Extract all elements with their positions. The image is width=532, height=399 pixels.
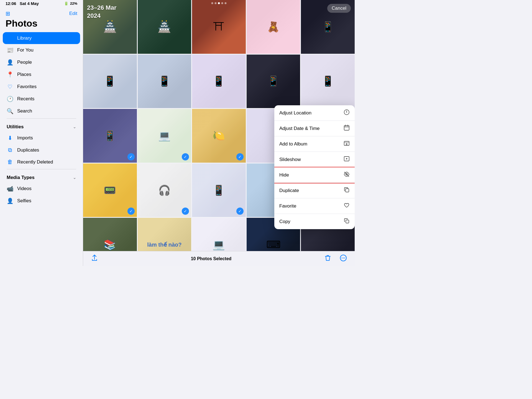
sidebar-item-favorites[interactable]: ♡ Favorites (3, 81, 80, 93)
utilities-chevron-icon[interactable]: ⌄ (73, 125, 76, 129)
cancel-button[interactable]: Cancel (327, 4, 351, 13)
sidebar-item-places[interactable]: 📍 Places (3, 68, 80, 81)
menu-item-copy[interactable]: Copy (274, 214, 355, 229)
add-to-album-icon (344, 140, 350, 148)
menu-item-adjust-date-time[interactable]: Adjust Date & Time (274, 121, 355, 136)
photo-placeholder: 📚 (83, 218, 137, 251)
app-title: Photos (0, 17, 83, 32)
photo-cell[interactable]: 📱 (83, 55, 137, 108)
photo-cell[interactable]: 🎧 ✓ (138, 163, 191, 217)
photo-cell[interactable]: 📱 (138, 55, 191, 108)
photo-cell[interactable]: ⛩ (192, 0, 246, 54)
date: Sat 4 May (20, 1, 39, 6)
duplicates-icon: ⧉ (7, 147, 13, 153)
sidebar-item-imports[interactable]: ⬇ Imports (3, 132, 80, 144)
photo-placeholder: 🧸 (247, 0, 300, 54)
photo-cell[interactable]: 📱 ✓ (192, 163, 246, 217)
photo-cell[interactable]: 📟 ✓ (83, 163, 137, 217)
date-label: 23–26 Mar 2024 (87, 4, 116, 20)
utilities-section-header: Utilities ⌄ (3, 120, 80, 132)
photo-cell[interactable]: 💻 (192, 218, 246, 251)
photo-cell[interactable]: 📱 (247, 55, 300, 108)
photo-cell[interactable]: 📱 (192, 55, 246, 108)
hide-icon (344, 171, 350, 179)
more-button[interactable] (337, 253, 349, 264)
places-label: Places (17, 72, 31, 77)
imports-label: Imports (17, 135, 33, 141)
dot-5 (225, 2, 227, 4)
battery-icon: 🔋 (64, 1, 68, 6)
library-label: Library (17, 35, 32, 41)
svg-point-1 (342, 257, 342, 258)
selected-count-label: 10 Photos Selected (191, 256, 232, 261)
menu-item-duplicate[interactable]: Duplicate (274, 183, 355, 198)
people-label: People (17, 60, 32, 65)
menu-item-adjust-location[interactable]: Adjust Location (274, 105, 355, 121)
library-icon: 🖼 (7, 35, 13, 41)
sidebar-collapse-icon[interactable]: ⊞ (6, 10, 10, 17)
adjust-location-icon (344, 109, 350, 117)
svg-point-6 (346, 112, 347, 113)
photo-placeholder: 📱 (83, 55, 137, 108)
photo-cell[interactable]: 🏯 (138, 0, 191, 54)
favorites-label: Favorites (17, 84, 37, 89)
photo-cell[interactable]: 💻 ✓ (138, 109, 191, 163)
divider-2 (7, 169, 76, 169)
copy-label: Copy (279, 219, 290, 224)
delete-button[interactable] (322, 253, 334, 264)
svg-marker-15 (346, 158, 348, 160)
photo-cell[interactable]: 📱 ✓ (83, 109, 137, 163)
media-types-chevron-icon[interactable]: ⌄ (73, 175, 76, 180)
add-to-album-label: Add to Album (279, 141, 307, 147)
svg-rect-7 (344, 126, 349, 130)
photo-placeholder: 💻 (192, 218, 246, 251)
hide-label: Hide (279, 172, 289, 178)
people-icon: 👤 (7, 59, 13, 66)
svg-rect-18 (346, 189, 349, 192)
sidebar-item-selfies[interactable]: 👤 Selfies (3, 195, 80, 207)
favorites-icon: ♡ (7, 83, 13, 90)
battery-level: 22% (70, 1, 77, 6)
edit-button[interactable]: Edit (69, 11, 77, 16)
photo-placeholder: 📱 (138, 55, 191, 108)
select-indicator: ✓ (127, 153, 135, 160)
sidebar-item-search[interactable]: 🔍 Search (3, 105, 80, 117)
dot-3 (218, 2, 220, 4)
svg-point-3 (344, 257, 345, 258)
bottom-toolbar: 10 Photos Selected (83, 251, 355, 266)
search-icon: 🔍 (7, 108, 13, 114)
menu-item-hide[interactable]: Hide (274, 167, 355, 183)
sidebar-item-recently-deleted[interactable]: 🗑 Recently Deleted (3, 156, 80, 168)
context-menu: Adjust Location Adjust Date & Time Add t… (274, 105, 355, 229)
select-indicator: ✓ (127, 208, 135, 215)
photo-placeholder: làm thế nào? (138, 218, 191, 251)
sidebar-item-videos[interactable]: 📹 Videos (3, 183, 80, 195)
photo-cell[interactable]: làm thế nào? (138, 218, 191, 251)
menu-item-add-to-album[interactable]: Add to Album (274, 136, 355, 152)
status-bar: 12:06 Sat 4 May 🔋 22% (0, 0, 83, 7)
photo-cell[interactable]: 🍋 ✓ (192, 109, 246, 163)
share-button[interactable] (89, 253, 100, 264)
photo-cell[interactable]: 📱 (301, 55, 355, 108)
recently-deleted-label: Recently Deleted (17, 159, 53, 165)
recently-deleted-icon: 🗑 (7, 159, 13, 165)
sidebar-item-recents[interactable]: 🕐 Recents (3, 93, 80, 105)
divider-1 (7, 118, 76, 119)
imports-icon: ⬇ (7, 135, 13, 141)
photo-cell[interactable]: 📚 (83, 218, 137, 251)
time-display: 12:06 Sat 4 May (6, 1, 39, 6)
photo-placeholder: 📱 (301, 55, 355, 108)
sidebar-header: ⊞ Edit (0, 7, 83, 17)
dot-2 (215, 2, 217, 4)
copy-icon (344, 218, 350, 225)
sidebar-item-duplicates[interactable]: ⧉ Duplicates (3, 144, 80, 156)
photo-placeholder: 🏯 (138, 0, 191, 54)
menu-item-slideshow[interactable]: Slideshow (274, 152, 355, 167)
menu-item-favorite[interactable]: Favorite (274, 198, 355, 214)
sidebar-item-for-you[interactable]: 📰 For You (3, 44, 80, 56)
media-types-label: Media Types (7, 175, 35, 180)
sidebar-item-library[interactable]: 🖼 Library (3, 32, 80, 44)
photo-cell[interactable]: 🧸 (247, 0, 300, 54)
sidebar-item-people[interactable]: 👤 People (3, 56, 80, 68)
adjust-location-label: Adjust Location (279, 110, 311, 116)
